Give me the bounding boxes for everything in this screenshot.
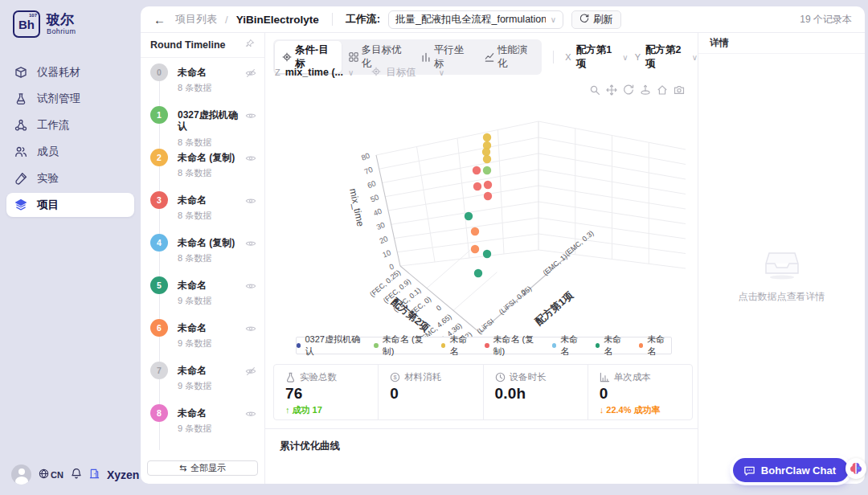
target-icon	[371, 65, 381, 80]
legend-item-0[interactable]: 0327虚拟机确认	[297, 333, 362, 358]
details-empty-state: 点击数据点查看详情	[698, 248, 865, 304]
data-point[interactable]	[473, 166, 481, 174]
breadcrumb-root[interactable]: 项目列表	[175, 12, 217, 27]
data-point[interactable]	[484, 192, 492, 200]
language-switch[interactable]: CN	[39, 468, 63, 481]
bohrclaw-chat-button[interactable]: BohrClaw Chat	[733, 458, 849, 482]
round-timeline-panel: Round Timeline 0未命名8 条数据10327虚拟机确认8 条数据2…	[141, 33, 265, 484]
round-item-0[interactable]: 0未命名8 条数据	[141, 63, 264, 106]
stat-value: 0.0h	[495, 385, 588, 403]
view-tab-3[interactable]: 性能演化	[477, 41, 541, 73]
brain-badge-icon[interactable]	[845, 458, 866, 479]
eye-icon[interactable]	[245, 408, 256, 447]
round-item-7[interactable]: 7未命名9 条数据	[141, 362, 264, 404]
stat-sub: ↑ 成功 17	[285, 404, 378, 416]
avatar[interactable]	[11, 464, 31, 485]
sidebar: 107 Bh 玻尔 Bohrium 仪器耗材试剂管理工作流成员实验项目 CN X…	[0, 0, 141, 495]
data-point[interactable]	[484, 181, 492, 189]
back-button[interactable]: ←	[154, 13, 166, 27]
data-point[interactable]	[471, 245, 479, 253]
svg-text:40: 40	[372, 207, 383, 218]
round-list: 0未命名8 条数据10327虚拟机确认8 条数据2未命名 (复制)8 条数据3未…	[141, 63, 264, 450]
chevron-down-icon: ∨	[439, 68, 444, 77]
round-item-1[interactable]: 10327虚拟机确认8 条数据	[141, 106, 264, 149]
legend-item-3[interactable]: 未命名 (复制)	[485, 333, 541, 358]
svg-text:80: 80	[360, 151, 371, 162]
material-cost-icon: $	[390, 372, 400, 382]
legend-item-5[interactable]: 未命名	[596, 333, 628, 358]
round-data-count: 8 条数据	[178, 210, 245, 222]
round-item-5[interactable]: 5未命名9 条数据	[141, 276, 264, 319]
data-point[interactable]	[465, 212, 473, 220]
eye-icon[interactable]	[245, 110, 256, 149]
legend-item-4[interactable]: 未命名	[552, 333, 584, 358]
eye-icon[interactable]	[245, 195, 256, 234]
eye-off-icon[interactable]	[245, 366, 256, 404]
data-point[interactable]	[471, 227, 479, 235]
scatter-3d-plot[interactable]: 80706050403020100mix_time(FEC, 0.25)(FEC…	[265, 89, 698, 338]
chevron-down-icon: ∨	[348, 68, 354, 77]
refresh-button[interactable]: 刷新	[571, 10, 621, 29]
empty-inbox-icon	[762, 248, 802, 280]
round-item-2[interactable]: 2未命名 (复制)8 条数据	[141, 149, 264, 191]
sidebar-item-3[interactable]: 成员	[6, 140, 134, 164]
z-axis-select[interactable]: Z mix_time (... ∨	[275, 67, 354, 78]
data-point[interactable]	[483, 250, 491, 258]
brand[interactable]: 107 Bh 玻尔 Bohrium	[13, 10, 76, 38]
round-item-3[interactable]: 3未命名8 条数据	[141, 191, 264, 234]
workflow-icon	[14, 119, 27, 132]
data-point[interactable]	[473, 182, 481, 190]
legend-item-1[interactable]: 未命名 (复制)	[374, 333, 430, 358]
round-item-6[interactable]: 6未命名9 条数据	[141, 319, 264, 362]
round-name: 未命名 (复制)	[178, 149, 245, 163]
eye-icon[interactable]	[245, 153, 256, 191]
round-data-count: 8 条数据	[178, 137, 245, 149]
sidebar-item-0[interactable]: 仪器耗材	[6, 60, 134, 84]
svg-text:$: $	[394, 374, 397, 381]
legend-item-2[interactable]: 未命名	[441, 333, 473, 358]
data-point[interactable]	[474, 269, 482, 277]
swap-icon: ⇆	[179, 463, 186, 473]
round-data-count: 9 条数据	[178, 338, 245, 350]
data-point[interactable]	[483, 133, 491, 141]
eye-off-icon[interactable]	[245, 68, 256, 106]
svg-text:(LiFSI, 0.25): (LiFSI, 0.25)	[497, 284, 533, 316]
round-data-count: 9 条数据	[178, 380, 245, 392]
eye-icon[interactable]	[245, 323, 256, 362]
eye-icon[interactable]	[245, 238, 256, 276]
sidebar-item-1[interactable]: 试剂管理	[6, 87, 134, 111]
optimization-curve-title: 累计优化曲线	[265, 429, 698, 453]
header-divider	[332, 13, 333, 26]
round-item-8[interactable]: 8未命名9 条数据	[141, 404, 264, 447]
y-axis-select[interactable]: Y 配方第2项 ∨	[635, 43, 698, 71]
stat-card-0: 实验总数76↑ 成功 17	[274, 365, 378, 419]
sidebar-item-5[interactable]: 项目	[6, 193, 134, 217]
pin-icon[interactable]	[244, 38, 255, 52]
target-value-select[interactable]: 目标值 ∨	[371, 65, 444, 80]
legend-item-6[interactable]: 未命名	[639, 333, 671, 358]
round-name: 未命名	[178, 404, 245, 419]
data-point[interactable]	[483, 166, 491, 174]
round-item-4[interactable]: 4未命名 (复制)8 条数据	[141, 234, 264, 276]
legend-dot	[297, 343, 301, 348]
show-all-button[interactable]: ⇆ 全部显示	[147, 460, 258, 476]
org-icon[interactable]	[89, 468, 100, 482]
x-axis-select[interactable]: X 配方第1项 ∨	[565, 43, 628, 71]
chevron-down-icon: ∨	[622, 53, 628, 62]
sidebar-item-4[interactable]: 实验	[6, 166, 134, 190]
eye-icon[interactable]	[245, 280, 256, 319]
notification-bell-icon[interactable]	[71, 468, 82, 482]
data-point[interactable]	[482, 148, 490, 156]
org-name[interactable]: Xyzen	[107, 468, 139, 481]
data-point[interactable]	[483, 155, 491, 163]
logo-sup: 107	[29, 13, 37, 18]
workflow-select[interactable]: 批量_配液扣电全流程_formulation1 (... ∨	[388, 10, 563, 29]
round-name: 未命名	[178, 319, 245, 333]
round-name: 未命名 (复制)	[178, 234, 245, 248]
target-value-label: 目标值	[386, 66, 416, 80]
round-name: 未命名	[178, 63, 245, 78]
svg-text:mix_time: mix_time	[347, 187, 366, 227]
stat-label: 单次成本	[614, 371, 651, 383]
toolbar-divider	[553, 51, 554, 63]
sidebar-item-2[interactable]: 工作流	[6, 113, 134, 137]
